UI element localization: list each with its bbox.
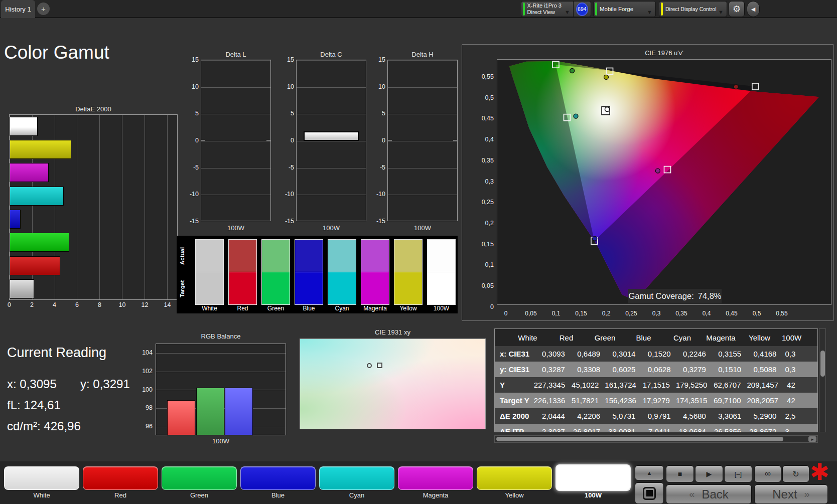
pattern-label: Yellow bbox=[477, 491, 552, 499]
table-row[interactable]: y: CIE31 0,3287 0,3308 0,6025 0,0628 0,3… bbox=[495, 362, 817, 377]
axis-tick: 10 bbox=[111, 301, 133, 308]
axis-tick: 8 bbox=[88, 301, 111, 308]
axis-tick: 102 bbox=[142, 367, 153, 375]
pattern-button-white[interactable] bbox=[4, 466, 79, 490]
pattern-button-blue[interactable] bbox=[240, 466, 316, 490]
cie1976-title: CIE 1976 u'v' bbox=[497, 49, 831, 57]
measure-series-button[interactable]: [–] bbox=[724, 465, 752, 482]
source-status-strip bbox=[595, 3, 597, 16]
axis-tick: 96 bbox=[146, 422, 153, 430]
swatch-100w bbox=[427, 239, 456, 305]
chevron-down-icon[interactable]: ▼ bbox=[647, 9, 652, 17]
axis-tick: -10 bbox=[285, 190, 294, 198]
swatch-blue bbox=[295, 239, 323, 305]
axis-tick: -10 bbox=[376, 190, 385, 198]
axis-tick: -10 bbox=[190, 190, 199, 198]
delta-l-chart bbox=[201, 60, 271, 221]
meter-selector[interactable]: X-Rite i1Pro 3Direct View ▼ 694 bbox=[521, 1, 591, 17]
gamut-coverage-value: 74,8% bbox=[698, 291, 722, 301]
axis-tick: 10 bbox=[192, 83, 199, 91]
delta-h-y-axis: 151050-5-10-15 bbox=[364, 56, 385, 225]
page-title: Color Gamut bbox=[4, 42, 109, 63]
table-row[interactable]: Y 227,3345 45,1022 161,3724 17,1515 179,… bbox=[495, 377, 817, 393]
back-button[interactable]: «Back bbox=[666, 484, 752, 504]
axis-tick: 5 bbox=[195, 109, 199, 117]
pattern-label: Blue bbox=[240, 491, 316, 499]
swatch-cyan bbox=[328, 239, 356, 305]
axis-tick: 0,1 bbox=[543, 310, 569, 317]
table-vertical-scrollbar[interactable] bbox=[819, 328, 826, 432]
pattern-button-100w[interactable] bbox=[555, 464, 631, 491]
pattern-window-button[interactable] bbox=[635, 482, 664, 504]
rgb-balance-x-label: 100W bbox=[156, 437, 286, 445]
meter-count-badge[interactable]: 694 bbox=[576, 3, 588, 16]
vertical-scroll-thumb[interactable] bbox=[820, 351, 825, 377]
table-row[interactable]: ΔE 2000 2,0444 4,2206 5,0731 0,9791 4,56… bbox=[495, 408, 817, 424]
axis-tick: 0,4 bbox=[485, 135, 494, 143]
table-row[interactable]: ΔE ITP 2,3037 26,8017 33,0081 7,0411 18,… bbox=[495, 424, 817, 432]
swatch-label: Blue bbox=[295, 305, 323, 312]
pattern-source-selector[interactable]: Mobile Forge ▼ bbox=[593, 1, 656, 17]
deltae-chart-title: DeltaE 2000 bbox=[9, 105, 178, 113]
settings-button[interactable]: ⚙ bbox=[729, 1, 745, 17]
delta-h-title: Delta H bbox=[387, 51, 458, 58]
rgb-balance-y-axis: 1041021009896 bbox=[131, 349, 153, 430]
horizontal-scroll-thumb[interactable] bbox=[496, 437, 783, 441]
chevron-down-icon[interactable]: ▼ bbox=[565, 9, 570, 17]
table-horizontal-scrollbar[interactable]: ▸ bbox=[494, 435, 818, 443]
gamut-coverage-label: Gamut Coverage: bbox=[628, 291, 693, 301]
chevron-down-icon[interactable]: ▼ bbox=[718, 9, 724, 17]
stop-button[interactable]: ■ bbox=[666, 465, 694, 482]
cie1976-x-axis: 00,050,10,150,20,250,30,350,40,450,50,55 bbox=[493, 310, 794, 317]
delta-h-chart bbox=[387, 60, 458, 221]
axis-tick: -5 bbox=[380, 163, 385, 172]
source-name: Mobile Forge bbox=[600, 6, 633, 13]
axis-tick: 0,15 bbox=[482, 240, 494, 248]
continuous-measure-button[interactable]: ∞ bbox=[754, 465, 781, 482]
table-row[interactable]: Target Y 226,1336 51,7821 156,4236 17,92… bbox=[495, 393, 817, 408]
pattern-label: Red bbox=[83, 491, 158, 499]
pattern-window-up-button[interactable]: ▲ bbox=[635, 465, 664, 480]
axis-tick: -15 bbox=[376, 217, 385, 225]
pattern-button-magenta[interactable] bbox=[398, 466, 473, 490]
collapse-toolbar-button[interactable]: ◀ bbox=[747, 1, 760, 17]
swatch-magenta bbox=[361, 239, 389, 305]
deltae-bar-white bbox=[10, 117, 38, 136]
axis-tick: -15 bbox=[190, 217, 199, 225]
axis-tick: 0,25 bbox=[619, 310, 644, 317]
table-column-header: Cyan bbox=[663, 333, 702, 342]
add-tab-button[interactable]: + bbox=[37, 3, 50, 15]
delta-l-x-label: 100W bbox=[201, 224, 271, 232]
reading-cdm2: cd/m²: 426,96 bbox=[7, 419, 81, 433]
pattern-button-red[interactable] bbox=[83, 466, 158, 490]
pattern-label: 100W bbox=[555, 491, 631, 499]
gamut-coverage-readout: Gamut Coverage: 74,8% bbox=[628, 289, 722, 303]
loop-button[interactable]: ↻ bbox=[782, 465, 809, 482]
table-column-header: Yellow bbox=[740, 333, 779, 342]
next-button[interactable]: Next» bbox=[754, 484, 828, 504]
gear-icon: ⚙ bbox=[733, 4, 741, 15]
display-status-strip bbox=[661, 3, 663, 16]
pattern-button-cyan[interactable] bbox=[319, 466, 394, 490]
current-reading-title: Current Reading bbox=[7, 345, 106, 361]
delta-c-y-axis: 151050-5-10-15 bbox=[273, 56, 294, 225]
axis-tick: 0,35 bbox=[482, 156, 494, 164]
delta-c-chart bbox=[296, 60, 366, 221]
display-control-selector[interactable]: Direct Display Control ▼ bbox=[659, 1, 727, 17]
table-row[interactable]: x: CIE31 0,3093 0,6489 0,3014 0,1520 0,2… bbox=[495, 346, 817, 362]
axis-tick: 0,1 bbox=[485, 261, 494, 269]
axis-tick: 104 bbox=[142, 349, 153, 357]
pattern-button-yellow[interactable] bbox=[477, 466, 552, 490]
axis-tick: 0,2 bbox=[594, 310, 619, 317]
tab-history-1[interactable]: History 1 bbox=[1, 0, 35, 18]
rgb-balance-chart bbox=[156, 344, 286, 435]
arrow-right-icon: ▸ bbox=[811, 437, 814, 442]
swatch-green bbox=[261, 239, 290, 305]
play-button[interactable]: ▶ bbox=[695, 465, 723, 482]
rgb-bar-green bbox=[196, 388, 224, 435]
reading-y: y: 0,3291 bbox=[80, 377, 130, 391]
axis-tick: -5 bbox=[193, 163, 199, 172]
scroll-right-button[interactable]: ▸ bbox=[808, 436, 816, 442]
pattern-button-green[interactable] bbox=[162, 466, 237, 490]
axis-tick: 0 bbox=[291, 136, 294, 144]
